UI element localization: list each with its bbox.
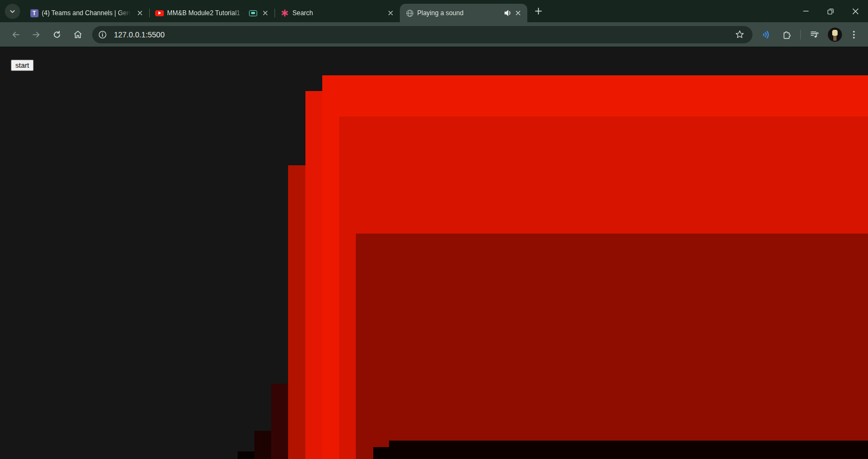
tab-strip: T (4) Teams and Channels | Gener MM&B Mo… xyxy=(0,0,868,22)
tab-title: Search xyxy=(292,9,382,17)
listen-button[interactable] xyxy=(757,25,775,44)
minimize-icon xyxy=(803,8,809,14)
visualizer-bar xyxy=(356,234,868,459)
visualizer xyxy=(0,48,868,459)
extensions-button[interactable] xyxy=(777,25,796,44)
reload-icon xyxy=(53,30,61,39)
toolbar-actions xyxy=(756,25,863,44)
avatar-image xyxy=(832,30,838,36)
toolbar-separator xyxy=(800,30,801,40)
plus-icon xyxy=(535,8,542,15)
picture-in-picture-icon xyxy=(249,10,257,16)
chevron-down-icon xyxy=(9,8,16,15)
address-bar[interactable]: 127.0.0.1:5500 xyxy=(92,26,752,43)
profile-avatar[interactable] xyxy=(828,28,842,42)
back-button[interactable] xyxy=(7,25,25,44)
tab-title: (4) Teams and Channels | Gener xyxy=(42,9,132,17)
back-arrow-icon xyxy=(11,31,20,38)
close-tab-icon[interactable] xyxy=(260,8,270,18)
browser-menu-button[interactable] xyxy=(846,25,861,44)
site-info-icon[interactable] xyxy=(95,28,110,42)
tab-search-page[interactable]: Search xyxy=(275,4,400,22)
tab-playing-a-sound[interactable]: Playing a sound xyxy=(400,4,527,22)
three-dot-menu-icon xyxy=(853,30,855,39)
browser-window: T (4) Teams and Channels | Gener MM&B Mo… xyxy=(0,0,868,459)
youtube-icon xyxy=(155,9,164,17)
reload-button[interactable] xyxy=(48,25,66,44)
restore-button[interactable] xyxy=(818,0,843,22)
close-tab-icon[interactable] xyxy=(386,8,395,18)
tab-search-button[interactable] xyxy=(5,4,20,19)
globe-icon xyxy=(405,9,414,17)
close-icon xyxy=(852,8,859,15)
url-text[interactable]: 127.0.0.1:5500 xyxy=(114,30,732,39)
asterisk-icon xyxy=(280,9,289,17)
close-tab-icon[interactable] xyxy=(135,8,145,18)
page-content: start xyxy=(0,48,868,459)
media-controls-icon xyxy=(810,30,819,39)
close-tab-icon[interactable] xyxy=(513,8,523,18)
bookmark-star-icon[interactable] xyxy=(732,27,747,42)
tab-youtube[interactable]: MM&B Module2 Tutorial1 - xyxy=(150,4,275,22)
minimize-button[interactable] xyxy=(793,0,818,22)
window-controls xyxy=(793,0,868,22)
new-tab-button[interactable] xyxy=(531,4,546,19)
tab-title: MM&B Module2 Tutorial1 - xyxy=(167,9,245,17)
teams-icon: T xyxy=(30,9,39,17)
tab-audio-icon[interactable] xyxy=(502,8,513,18)
close-window-button[interactable] xyxy=(843,0,868,22)
sound-waves-icon xyxy=(762,30,770,39)
tab-title: Playing a sound xyxy=(417,9,499,17)
start-button[interactable]: start xyxy=(11,60,34,71)
restore-icon xyxy=(827,8,834,15)
forward-button[interactable] xyxy=(27,25,46,44)
home-icon xyxy=(73,30,82,38)
media-controls-button[interactable] xyxy=(805,25,824,44)
extensions-puzzle-icon xyxy=(782,30,792,39)
browser-toolbar: 127.0.0.1:5500 xyxy=(0,22,868,47)
tab-teams[interactable]: T (4) Teams and Channels | Gener xyxy=(24,4,149,22)
forward-arrow-icon xyxy=(32,31,41,38)
home-button[interactable] xyxy=(68,25,87,44)
visualizer-bar xyxy=(389,441,868,459)
